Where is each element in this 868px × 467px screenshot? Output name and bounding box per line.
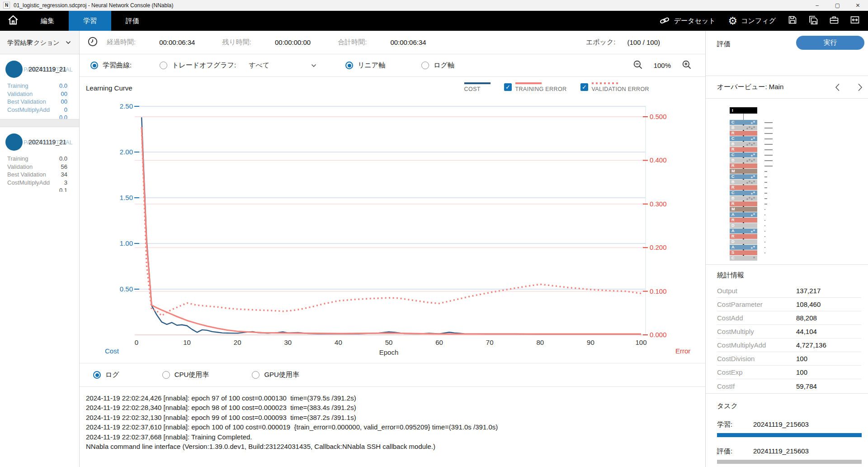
zoom-in-button[interactable] xyxy=(681,59,693,72)
network-layer-r[interactable]: R xyxy=(730,234,757,239)
network-layer-c[interactable]: C xyxy=(730,174,757,179)
cpu-radio-circle[interactable] xyxy=(162,371,170,379)
network-layer-d[interactable]: D xyxy=(730,239,757,244)
legend-checkbox[interactable] xyxy=(504,83,512,91)
remaining-time-value: 00:00:00:00 xyxy=(275,38,311,46)
result-metric-row: Validation56 xyxy=(7,163,67,172)
param-dot xyxy=(753,257,755,258)
network-overview-diagram[interactable]: ICBRCBRCBRMCBRCBRMARDARDASC xyxy=(706,99,868,265)
network-layer-b[interactable]: B xyxy=(730,158,757,163)
network-layer-c[interactable]: C xyxy=(730,136,757,141)
fit-window-button[interactable] xyxy=(846,13,863,29)
svg-text:0: 0 xyxy=(135,338,138,346)
svg-text:0.400: 0.400 xyxy=(650,156,667,164)
tradeoff-filter-value: すべて xyxy=(249,61,269,70)
result-avatar xyxy=(5,133,23,151)
legend-label: TRAINING ERROR xyxy=(515,86,567,92)
zoom-out-button[interactable] xyxy=(632,59,644,72)
home-button[interactable] xyxy=(0,11,26,31)
param-dot xyxy=(753,197,755,199)
legend-item: COST xyxy=(464,82,491,92)
network-layer-r[interactable]: R xyxy=(730,218,757,223)
tab-edit[interactable]: 編集 xyxy=(26,11,69,31)
log-line: 2024-11-19 22:02:37,610 [nnabla]: epoch … xyxy=(86,422,705,432)
svg-text:Epoch: Epoch xyxy=(379,348,399,356)
param-dot xyxy=(753,175,755,177)
linear-axis-radio[interactable]: リニア軸 xyxy=(345,61,385,70)
network-layer-r[interactable]: R xyxy=(730,147,757,152)
network-layer-r[interactable]: R xyxy=(730,131,757,136)
svg-text:Cost: Cost xyxy=(105,347,119,355)
network-layer-s[interactable]: S xyxy=(730,250,757,255)
network-layer-r[interactable]: R xyxy=(730,185,757,190)
maximize-button[interactable]: ▢ xyxy=(827,0,848,10)
save-button[interactable] xyxy=(784,13,801,29)
log-axis-radio[interactable]: ログ軸 xyxy=(421,61,454,70)
results-dropdown[interactable]: 学習結果 アクション xyxy=(0,31,79,54)
dataset-button[interactable]: データセット xyxy=(654,15,720,27)
stat-value: 137,217 xyxy=(796,287,821,295)
network-layer-r[interactable]: R xyxy=(730,163,757,168)
tradeoff-filter-select[interactable]: すべて xyxy=(249,61,316,70)
main-navbar: 編集 学習 評価 データセット ⚙ コンフィグ xyxy=(0,11,868,31)
result-avatar xyxy=(5,61,23,78)
overview-prev-button[interactable] xyxy=(832,82,842,92)
legend-entry: COST xyxy=(464,82,491,92)
network-layer-b[interactable]: B xyxy=(730,142,757,147)
close-button[interactable]: ✕ xyxy=(848,0,868,10)
log-radio-circle[interactable] xyxy=(93,371,101,379)
tradeoff-radio-circle[interactable] xyxy=(160,62,167,69)
metric-label: Validation xyxy=(7,91,33,99)
save-as-button[interactable] xyxy=(805,13,822,29)
toolbox-button[interactable] xyxy=(826,13,843,29)
network-layer-d[interactable]: D xyxy=(730,223,757,228)
network-layer-b[interactable]: B xyxy=(730,196,757,201)
layer-side-mark xyxy=(764,236,765,237)
legend-checkbox[interactable] xyxy=(580,83,588,91)
network-input-layer[interactable]: I xyxy=(730,107,757,114)
network-layer-c[interactable]: C xyxy=(730,256,757,261)
log-axis-radio-circle[interactable] xyxy=(421,62,429,69)
network-layer-b[interactable]: B xyxy=(730,125,757,130)
config-button[interactable]: ⚙ コンフィグ xyxy=(724,16,780,26)
tab-evaluation[interactable]: 評価 xyxy=(111,11,154,31)
cpu-usage-radio[interactable]: CPU使用率 xyxy=(162,371,209,379)
learning-curve-radio[interactable]: 学習曲線: xyxy=(90,61,132,70)
param-dot xyxy=(749,197,750,199)
legend-line-swatch xyxy=(464,82,491,84)
learning-curve-radio-circle[interactable] xyxy=(90,62,98,69)
network-layer-m[interactable]: M xyxy=(730,169,757,174)
network-layer-c[interactable]: C xyxy=(730,152,757,157)
layer-side-mark xyxy=(764,204,767,205)
gpu-radio-circle[interactable] xyxy=(252,371,259,379)
network-layer-c[interactable]: C xyxy=(730,120,757,125)
overview-header: オーバービュー: Main xyxy=(706,76,868,99)
overview-next-button[interactable] xyxy=(855,82,865,92)
log-radio[interactable]: ログ xyxy=(93,371,119,379)
log-radio-label: ログ xyxy=(105,371,119,379)
tab-training[interactable]: 学習 xyxy=(69,11,111,31)
epoch-label: エポック: xyxy=(586,38,616,47)
svg-text:0.500: 0.500 xyxy=(650,113,667,120)
network-layer-a[interactable]: A xyxy=(730,245,757,250)
network-layer-r[interactable]: R xyxy=(730,201,757,206)
cpu-radio-label: CPU使用率 xyxy=(175,371,209,379)
tradeoff-graph-radio[interactable]: トレードオフグラフ: xyxy=(160,61,236,70)
training-result-item[interactable]: PARETO OPTIMAL20241119_21Training0.0Vali… xyxy=(0,127,79,192)
gpu-usage-radio[interactable]: GPU使用率 xyxy=(252,371,299,379)
minimize-button[interactable]: – xyxy=(807,0,827,10)
param-dot xyxy=(753,181,755,182)
param-dot xyxy=(753,229,755,231)
network-layer-a[interactable]: A xyxy=(730,229,757,234)
linear-axis-radio-circle[interactable] xyxy=(345,62,353,69)
training-result-item[interactable]: PARETO OPTIMAL20241119_21Training0.0Vali… xyxy=(0,54,79,119)
run-button[interactable]: 実行 xyxy=(796,36,864,50)
param-dot xyxy=(751,231,753,233)
param-dot xyxy=(749,126,750,128)
network-layer-b[interactable]: B xyxy=(730,180,757,185)
network-layer-c[interactable]: C xyxy=(730,191,757,195)
network-layer-m[interactable]: M xyxy=(730,207,757,212)
network-layer-a[interactable]: A xyxy=(730,212,757,217)
param-dot xyxy=(751,155,753,157)
stat-label: CostParameter xyxy=(717,300,796,308)
